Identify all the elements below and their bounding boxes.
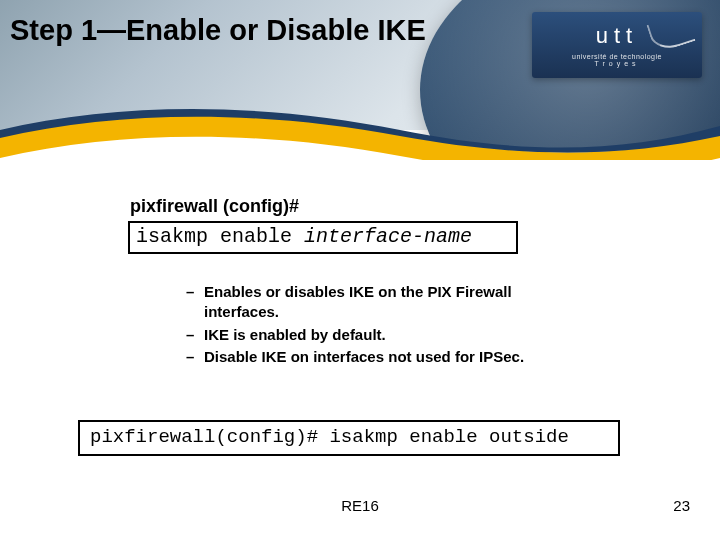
config-prompt: pixfirewall (config)# — [130, 196, 720, 217]
command-keyword: isakmp enable — [136, 225, 304, 248]
logo-sub1: université de technologie — [572, 53, 662, 60]
wave-decor — [0, 96, 720, 160]
footer-code: RE16 — [0, 497, 720, 514]
utt-logo: utt université de technologie Troyes — [532, 12, 702, 78]
bullet-list: Enables or disables IKE on the PIX Firew… — [186, 282, 546, 367]
command-syntax-box: isakmp enable interface-name — [128, 221, 518, 254]
example-box: pixfirewall(config)# isakmp enable outsi… — [78, 420, 620, 456]
logo-sub2: Troyes — [594, 60, 639, 67]
logo-swoosh-icon — [646, 12, 695, 54]
logo-brand: utt — [596, 23, 638, 49]
page-number: 23 — [673, 497, 690, 514]
example-command: pixfirewall(config)# isakmp enable outsi… — [90, 426, 569, 448]
list-item: IKE is enabled by default. — [186, 325, 546, 345]
slide-title: Step 1—Enable or Disable IKE — [10, 14, 426, 47]
content-area: pixfirewall (config)# isakmp enable inte… — [0, 196, 720, 369]
command-arg: interface-name — [304, 225, 472, 248]
list-item: Disable IKE on interfaces not used for I… — [186, 347, 546, 367]
list-item: Enables or disables IKE on the PIX Firew… — [186, 282, 546, 323]
